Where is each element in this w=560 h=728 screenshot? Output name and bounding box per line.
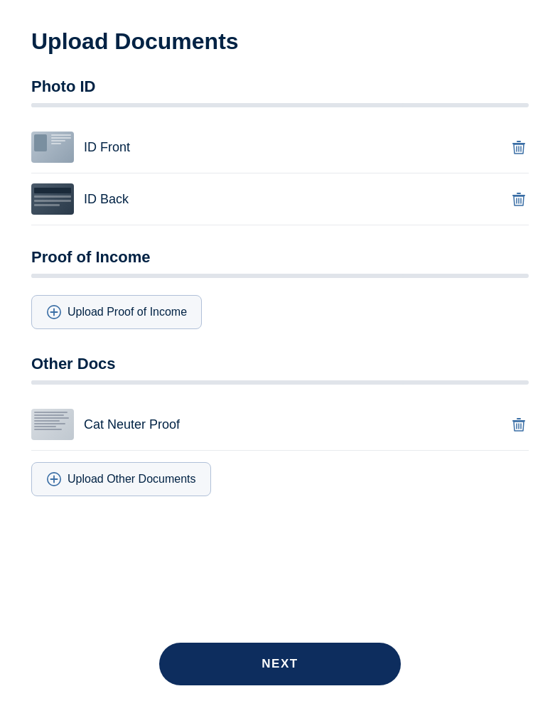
progress-bar-fill-photo-id	[31, 103, 404, 107]
section-other-docs: Other Docs Cat Neuter Pro	[31, 355, 529, 499]
trash-icon-svg	[510, 139, 527, 156]
doc-left-id-back: ID Back	[31, 183, 129, 215]
id-line	[51, 143, 61, 144]
progress-bar-other-docs	[31, 380, 529, 385]
neuter-doc-inner	[31, 409, 74, 440]
upload-other-docs-button[interactable]: Upload Other Documents	[31, 462, 211, 496]
delete-cat-neuter-button[interactable]	[509, 414, 529, 434]
progress-bar-fill-other-docs	[31, 380, 404, 385]
id-line	[51, 134, 71, 136]
id-lines	[49, 134, 71, 144]
neuter-line	[34, 412, 68, 413]
next-btn-container: NEXT	[31, 620, 529, 685]
neuter-line	[34, 414, 64, 416]
trash-icon-svg	[510, 191, 527, 208]
id-back-stripe	[34, 200, 71, 202]
id-line	[51, 137, 71, 139]
doc-label-cat-neuter: Cat Neuter Proof	[84, 417, 180, 432]
upload-proof-of-income-button[interactable]: Upload Proof of Income	[31, 295, 202, 329]
section-title-photo-id: Photo ID	[31, 77, 529, 96]
next-button[interactable]: NEXT	[159, 643, 401, 685]
upload-other-docs-label: Upload Other Documents	[68, 473, 196, 486]
document-row-cat-neuter: Cat Neuter Proof	[31, 399, 529, 451]
section-proof-of-income: Proof of Income Upload Proof of Income	[31, 248, 529, 332]
svg-rect-6	[517, 193, 521, 194]
thumbnail-cat-neuter	[31, 409, 74, 440]
doc-label-id-back: ID Back	[84, 192, 129, 207]
page-title: Upload Documents	[31, 28, 529, 55]
neuter-line	[34, 429, 62, 430]
neuter-line	[34, 423, 65, 424]
doc-left-cat-neuter: Cat Neuter Proof	[31, 409, 180, 440]
neuter-line	[34, 417, 69, 419]
section-title-proof-of-income: Proof of Income	[31, 248, 529, 267]
id-back-stripe-dark	[34, 188, 71, 193]
delete-id-back-button[interactable]	[509, 189, 529, 209]
plus-circle-icon	[46, 471, 62, 487]
trash-icon-svg	[510, 416, 527, 433]
upload-proof-of-income-label: Upload Proof of Income	[68, 306, 187, 318]
doc-label-id-front: ID Front	[84, 140, 130, 155]
page-container: Upload Documents Photo ID	[0, 0, 560, 728]
id-back-stripe	[34, 204, 60, 206]
section-title-other-docs: Other Docs	[31, 355, 529, 373]
thumbnail-id-back	[31, 183, 74, 215]
document-row-id-front: ID Front	[31, 122, 529, 173]
svg-rect-14	[517, 418, 521, 419]
delete-id-front-button[interactable]	[509, 137, 529, 157]
doc-left-id-front: ID Front	[31, 132, 130, 163]
id-line	[51, 140, 65, 141]
neuter-line	[34, 420, 60, 422]
progress-bar-proof-of-income	[31, 274, 529, 278]
plus-circle-icon	[46, 304, 62, 320]
id-back-stripe	[34, 196, 71, 198]
id-photo-placeholder	[34, 134, 47, 151]
progress-bar-fill-proof-of-income	[31, 274, 404, 278]
section-photo-id: Photo ID ID Front	[31, 77, 529, 225]
thumbnail-id-front	[31, 132, 74, 163]
id-front-layout	[31, 132, 74, 163]
document-row-id-back: ID Back	[31, 173, 529, 225]
neuter-line	[34, 426, 56, 427]
svg-rect-1	[517, 141, 521, 142]
id-back-stripes	[31, 183, 74, 215]
progress-bar-photo-id	[31, 103, 529, 107]
